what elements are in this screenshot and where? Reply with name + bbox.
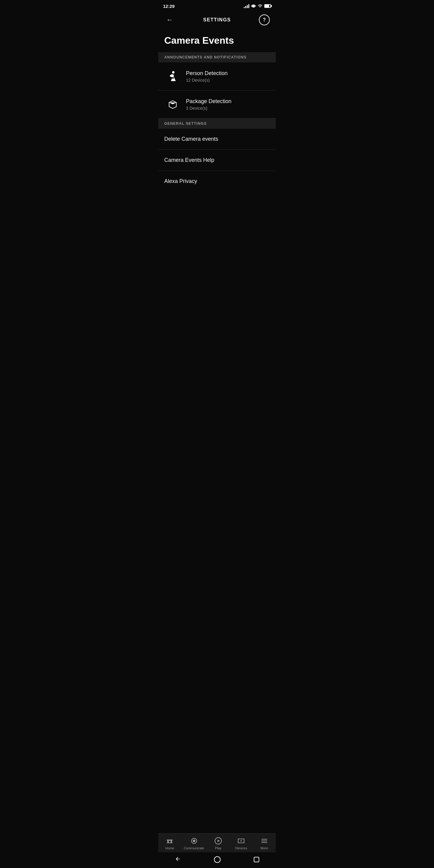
status-time: 12:29 — [163, 4, 175, 9]
delete-camera-events-item[interactable]: Delete Camera events — [158, 129, 276, 150]
delete-camera-events-label: Delete Camera events — [164, 136, 218, 142]
camera-events-help-label: Camera Events Help — [164, 157, 214, 163]
alexa-privacy-label: Alexa Privacy — [164, 178, 197, 184]
package-detection-item[interactable]: Package Detection 3 Device(s) — [158, 90, 276, 119]
header-title: SETTINGS — [203, 17, 231, 23]
status-icons — [244, 4, 271, 8]
alexa-privacy-item[interactable]: Alexa Privacy — [158, 171, 276, 192]
svg-point-0 — [172, 71, 175, 73]
page-title: Camera Events — [158, 31, 276, 52]
person-detection-icon — [164, 68, 181, 85]
section-header-general: GENERAL SETTINGS — [158, 119, 276, 129]
help-icon: ? — [263, 17, 266, 23]
signal-icon — [244, 4, 249, 8]
package-detection-subtitle: 3 Device(s) — [186, 106, 231, 111]
section-header-announcements: ANNOUNCEMENTS AND NOTIFICATIONS — [158, 52, 276, 62]
battery-icon — [264, 4, 271, 8]
person-detection-item[interactable]: Person Detection 12 Device(s) — [158, 62, 276, 90]
person-detection-title: Person Detection — [186, 70, 227, 76]
help-button[interactable]: ? — [259, 14, 270, 25]
person-detection-text: Person Detection 12 Device(s) — [186, 70, 227, 83]
person-detection-subtitle: 12 Device(s) — [186, 78, 227, 83]
package-detection-title: Package Detection — [186, 98, 231, 104]
back-arrow-icon: ← — [166, 16, 173, 24]
status-bar: 12:29 — [158, 0, 276, 11]
package-detection-icon — [164, 96, 181, 113]
main-content: Camera Events ANNOUNCEMENTS AND NOTIFICA… — [158, 31, 276, 228]
vibrate-icon — [251, 4, 256, 8]
page-header: ← SETTINGS ? — [158, 11, 276, 29]
camera-events-help-item[interactable]: Camera Events Help — [158, 150, 276, 171]
package-detection-text: Package Detection 3 Device(s) — [186, 98, 231, 111]
back-button[interactable]: ← — [164, 14, 175, 25]
wifi-icon — [258, 4, 262, 8]
